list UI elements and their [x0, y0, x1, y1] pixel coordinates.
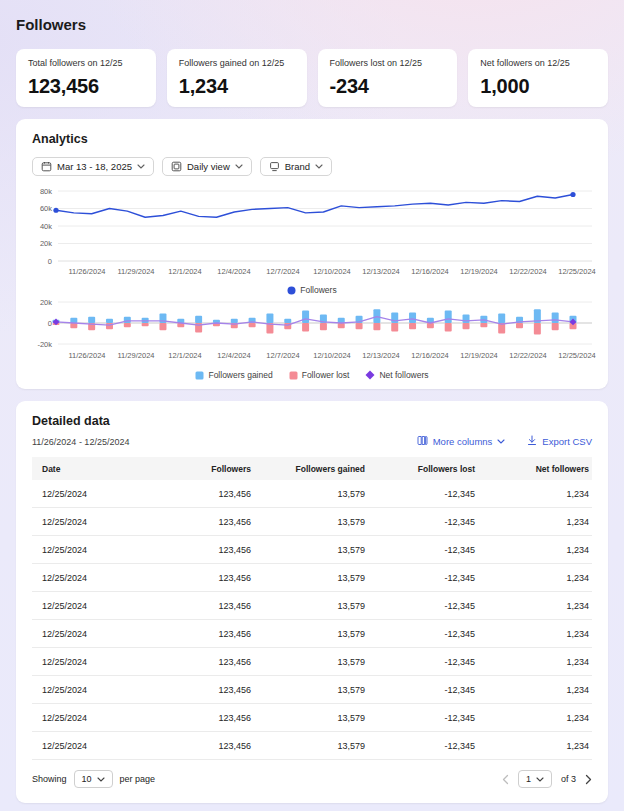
svg-text:20k: 20k: [40, 298, 52, 307]
bar-chart-legend: Followers gained Follower lost Net follo…: [32, 370, 592, 380]
stat-card: Total followers on 12/25 123,456: [16, 49, 156, 107]
table-cell: -12,345: [373, 592, 483, 620]
detailed-data-title: Detailed data: [32, 414, 592, 429]
device-icon: [269, 161, 280, 172]
download-icon: [527, 435, 537, 448]
prev-page-button[interactable]: [502, 774, 509, 785]
table-cell: 13,579: [259, 536, 373, 564]
chevron-down-icon: [137, 164, 145, 169]
svg-text:40k: 40k: [40, 222, 52, 231]
table-cell: 12/25/2024: [32, 592, 152, 620]
svg-text:12/10/2024: 12/10/2024: [313, 267, 351, 276]
table-cell: 13,579: [259, 676, 373, 704]
table-cell: 1,234: [483, 704, 592, 732]
followers-line-chart: 80k60k40k20k011/26/202411/29/202412/1/20…: [32, 184, 592, 282]
chevron-down-icon: [315, 164, 323, 169]
table-cell: -12,345: [373, 620, 483, 648]
stat-value: -234: [330, 75, 446, 98]
svg-text:12/1/2024: 12/1/2024: [168, 267, 201, 276]
legend-follower-lost: Follower lost: [289, 370, 350, 380]
table-cell: -12,345: [373, 732, 483, 760]
svg-text:12/13/2024: 12/13/2024: [362, 267, 400, 276]
column-header: Followers lost: [373, 457, 483, 480]
svg-text:80k: 80k: [40, 187, 52, 196]
table-cell: 1,234: [483, 648, 592, 676]
table-cell: 123,456: [152, 620, 259, 648]
table-header-row: DateFollowersFollowers gainedFollowers l…: [32, 457, 592, 480]
more-columns-button[interactable]: More columns: [417, 435, 506, 448]
svg-text:12/16/2024: 12/16/2024: [411, 267, 449, 276]
table-cell: 13,579: [259, 508, 373, 536]
table-cell: 1,234: [483, 564, 592, 592]
table-cell: 12/25/2024: [32, 480, 152, 508]
table-cell: 13,579: [259, 620, 373, 648]
table-cell: 1,234: [483, 676, 592, 704]
svg-text:-20k: -20k: [37, 340, 52, 349]
detailed-data-panel: Detailed data 11/26/2024 - 12/25/2024 Mo…: [16, 401, 608, 803]
svg-text:12/22/2024: 12/22/2024: [509, 267, 547, 276]
svg-text:0: 0: [48, 257, 52, 266]
svg-text:12/7/2024: 12/7/2024: [266, 267, 299, 276]
table-cell: 12/25/2024: [32, 676, 152, 704]
view-granularity-filter[interactable]: Daily view: [162, 157, 252, 176]
pagination: 1 of 3: [502, 770, 592, 788]
table-cell: 1,234: [483, 620, 592, 648]
column-header: Net followers: [483, 457, 592, 480]
calendar-icon: [41, 161, 52, 172]
table-cell: -12,345: [373, 704, 483, 732]
calendar-view-icon: [171, 161, 182, 172]
next-page-button[interactable]: [585, 774, 592, 785]
stat-label: Followers gained on 12/25: [179, 58, 295, 68]
table-row: 12/25/2024123,45613,579-12,3451,234: [32, 704, 592, 732]
table-cell: 123,456: [152, 508, 259, 536]
svg-text:12/4/2024: 12/4/2024: [217, 267, 250, 276]
table-cell: 13,579: [259, 564, 373, 592]
table-cell: 13,579: [259, 732, 373, 760]
chevron-down-icon: [235, 164, 243, 169]
svg-text:0: 0: [48, 319, 52, 328]
table-row: 12/25/2024123,45613,579-12,3451,234: [32, 676, 592, 704]
legend-dot-icon: [287, 286, 296, 295]
table-cell: -12,345: [373, 676, 483, 704]
svg-text:60k: 60k: [40, 204, 52, 213]
legend-square-icon: [195, 371, 204, 380]
table-row: 12/25/2024123,45613,579-12,3451,234: [32, 592, 592, 620]
stat-value: 1,234: [179, 75, 295, 98]
table-cell: 123,456: [152, 676, 259, 704]
table-cell: 12/25/2024: [32, 704, 152, 732]
legend-followers-gained: Followers gained: [195, 370, 272, 380]
table-cell: 123,456: [152, 592, 259, 620]
table-row: 12/25/2024123,45613,579-12,3451,234: [32, 480, 592, 508]
column-header: Followers: [152, 457, 259, 480]
column-header: Followers gained: [259, 457, 373, 480]
svg-text:12/7/2024: 12/7/2024: [266, 351, 299, 360]
page-select[interactable]: 1: [518, 770, 552, 788]
columns-icon: [417, 435, 428, 448]
svg-text:12/19/2024: 12/19/2024: [460, 267, 498, 276]
detail-date-range: 11/26/2024 - 12/25/2024: [32, 437, 129, 447]
table-row: 12/25/2024123,45613,579-12,3451,234: [32, 620, 592, 648]
table-cell: -12,345: [373, 480, 483, 508]
brand-filter[interactable]: Brand: [260, 157, 332, 176]
table-cell: 12/25/2024: [32, 732, 152, 760]
table-cell: 12/25/2024: [32, 620, 152, 648]
table-cell: 13,579: [259, 592, 373, 620]
table-cell: 1,234: [483, 508, 592, 536]
export-csv-button[interactable]: Export CSV: [527, 435, 592, 448]
stat-label: Total followers on 12/25: [28, 58, 144, 68]
svg-text:12/19/2024: 12/19/2024: [460, 351, 498, 360]
table-cell: 123,456: [152, 536, 259, 564]
table-row: 12/25/2024123,45613,579-12,3451,234: [32, 564, 592, 592]
per-page-select[interactable]: 10: [74, 770, 113, 788]
showing-label: Showing: [32, 774, 67, 784]
page-title: Followers: [16, 16, 608, 33]
stat-card: Followers lost on 12/25 -234: [318, 49, 458, 107]
date-range-filter[interactable]: Mar 13 - 18, 2025: [32, 157, 154, 176]
svg-text:12/13/2024: 12/13/2024: [362, 351, 400, 360]
chevron-down-icon: [97, 777, 105, 782]
stat-label: Net followers on 12/25: [480, 58, 596, 68]
stat-card: Followers gained on 12/25 1,234: [167, 49, 307, 107]
table-row: 12/25/2024123,45613,579-12,3451,234: [32, 536, 592, 564]
table-row: 12/25/2024123,45613,579-12,3451,234: [32, 508, 592, 536]
gained-lost-bar-chart: 20k0-20k11/26/202411/29/202412/1/202412/…: [32, 297, 592, 367]
